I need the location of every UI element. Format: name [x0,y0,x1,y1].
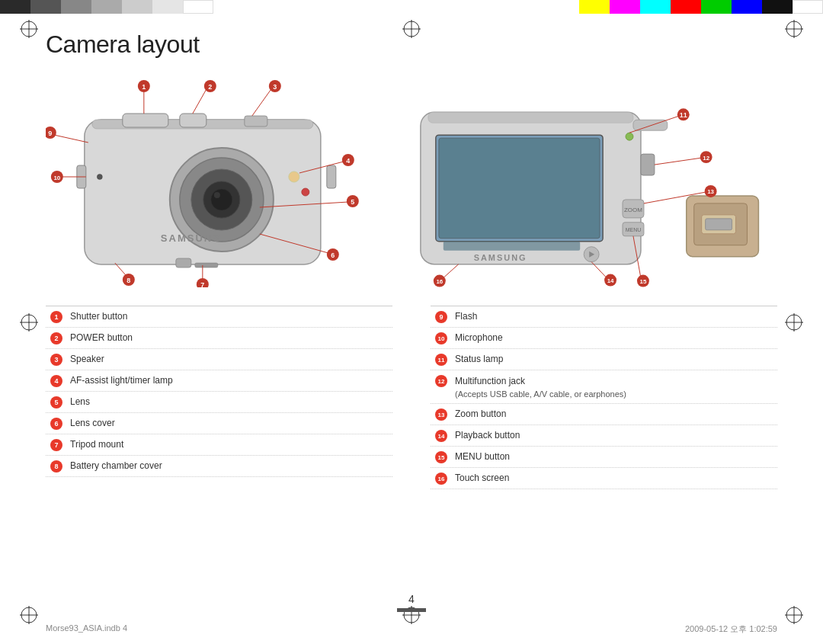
camera-front-diagram: SAMSUNG 1 2 [46,74,367,287]
legend-text-5: Lens [70,395,90,409]
cameras-area: SAMSUNG 1 2 [46,74,777,287]
svg-line-46 [193,89,207,114]
svg-text:4: 4 [346,157,350,165]
legend-row-11: 11 Status lamp [431,349,777,370]
legend-row-7: 7 Tripod mount [46,434,392,456]
svg-line-107 [443,264,458,278]
legend-row-2: 2 POWER button [46,328,392,349]
svg-point-34 [214,192,220,198]
legend-num-6: 6 [46,417,67,431]
svg-text:ZOOM: ZOOM [624,207,642,213]
svg-line-95 [655,158,702,165]
svg-point-33 [211,189,232,210]
camera-back-diagram: SAMSUNG ZOOM MENU [398,74,777,287]
reg-mark-mr [783,312,805,333]
page-number: 4 [397,593,426,605]
legend-num-3: 3 [46,353,67,367]
svg-rect-87 [443,242,579,251]
svg-line-70 [54,135,88,143]
legend-text-1: Shutter button [70,309,127,323]
legend-num-15: 15 [431,450,452,464]
legend-row-12: 12 Multifunction jack (Accepts USB cable… [431,370,777,404]
legend-row-6: 6 Lens cover [46,413,392,434]
svg-rect-41 [195,263,218,268]
legend-text-12-sub: (Accepts USB cable, A/V cable, or earpho… [455,388,626,400]
svg-text:10: 10 [53,175,60,181]
svg-point-35 [289,171,299,182]
svg-point-42 [97,175,102,180]
legend-text-12-wrap: Multifunction jack (Accepts USB cable, A… [455,373,626,400]
legend-row-5: 5 Lens [46,392,392,413]
svg-text:12: 12 [703,155,709,162]
camera-back-svg: SAMSUNG ZOOM MENU [398,74,777,287]
legend-num-9: 9 [431,310,452,324]
reg-mark-tl [18,18,40,40]
svg-rect-28 [245,116,267,127]
legend-text-10: Microphone [455,331,503,344]
legend-area: 1 Shutter button 2 POWER button 3 Speake… [46,306,777,489]
svg-text:8: 8 [126,277,130,284]
svg-rect-91 [705,219,732,230]
legend-num-7: 7 [46,438,67,452]
legend-column-right: 9 Flash 10 Microphone 11 Status lamp 12 [431,306,777,489]
svg-text:7: 7 [200,281,204,288]
legend-row-3: 3 Speaker [46,349,392,370]
legend-text-9: Flash [455,309,477,323]
svg-text:6: 6 [331,252,335,259]
svg-text:15: 15 [639,278,646,285]
legend-row-13: 13 Zoom button [431,404,777,425]
svg-text:2: 2 [208,83,212,91]
legend-num-1: 1 [46,310,67,324]
reg-mark-tr [783,18,805,40]
reg-mark-ml [18,312,40,333]
legend-num-14: 14 [431,429,452,443]
camera-front-svg: SAMSUNG 1 2 [46,74,367,287]
footer-left: Morse93_ASIA.indb 4 [46,623,127,635]
legend-row-15: 15 MENU button [431,447,777,468]
legend-text-12: Multifunction jack [455,375,525,386]
legend-text-3: Speaker [70,352,104,366]
svg-text:MENU: MENU [625,227,641,232]
page-title: Camera layout [46,30,777,59]
legend-num-13: 13 [431,408,452,421]
svg-rect-26 [123,114,168,127]
legend-text-4: AF-assist light/timer lamp [70,373,173,387]
svg-text:13: 13 [707,188,714,195]
svg-text:9: 9 [48,130,52,137]
svg-rect-76 [438,138,599,239]
legend-text-2: POWER button [70,331,133,344]
svg-text:SAMSUNG: SAMSUNG [473,253,527,262]
svg-point-79 [626,133,633,140]
svg-rect-39 [327,165,336,188]
legend-num-5: 5 [46,396,67,409]
svg-text:5: 5 [351,198,354,206]
svg-text:3: 3 [273,83,277,91]
svg-text:11: 11 [679,111,687,119]
legend-column-left: 1 Shutter button 2 POWER button 3 Speake… [46,306,392,489]
legend-num-12: 12 [431,374,452,388]
legend-text-14: Playback button [455,428,520,442]
legend-text-11: Status lamp [455,352,503,366]
legend-text-6: Lens cover [70,416,115,430]
legend-text-8: Battery chamber cover [70,459,162,473]
legend-num-8: 8 [46,460,67,473]
svg-text:16: 16 [436,278,443,285]
reg-mark-br [783,604,805,626]
svg-line-49 [252,89,271,116]
svg-rect-80 [641,154,655,175]
svg-text:SAMSUNG: SAMSUNG [161,232,222,244]
svg-rect-40 [176,258,191,268]
legend-text-7: Tripod mount [70,437,123,451]
legend-row-14: 14 Playback button [431,425,777,447]
color-bar-right [579,0,823,14]
legend-row-8: 8 Battery chamber cover [46,456,392,477]
color-bar-left [0,0,213,14]
legend-text-15: MENU button [455,450,510,463]
svg-rect-74 [428,112,633,123]
legend-row-4: 4 AF-assist light/timer lamp [46,370,392,392]
legend-num-2: 2 [46,332,67,345]
footer-right: 2009-05-12 오후 1:02:59 [685,623,777,635]
page-content: Camera layout [46,30,777,614]
footer: Morse93_ASIA.indb 4 2009-05-12 오후 1:02:5… [46,623,777,635]
legend-row-16: 16 Touch screen [431,468,777,489]
